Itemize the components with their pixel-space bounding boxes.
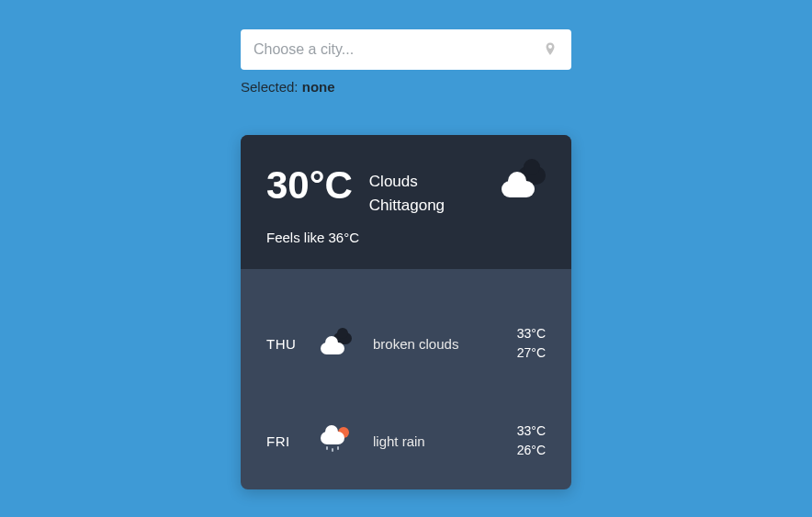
current-weather-panel: 30°C Clouds Chittagong Feels like 36°C <box>241 135 571 269</box>
forecast-desc: light rain <box>364 433 517 449</box>
clouds-icon <box>502 166 546 197</box>
feels-like: Feels like 36°C <box>266 230 546 245</box>
forecast-row: THU broken clouds 33°C 27°C <box>266 295 546 392</box>
current-temp: 30°C <box>266 166 353 205</box>
forecast-low: 26°C <box>517 441 546 460</box>
forecast-list: THU broken clouds 33°C 27°C FRI light ra… <box>241 269 571 489</box>
forecast-day: FRI <box>266 433 309 449</box>
rain-sun-icon <box>309 427 364 455</box>
city-search-box[interactable] <box>241 29 571 70</box>
weather-card: 30°C Clouds Chittagong Feels like 36°C T… <box>241 135 571 489</box>
clouds-icon <box>309 332 364 354</box>
selected-value: none <box>302 79 335 95</box>
current-city: Chittagong <box>369 194 485 218</box>
current-condition: Clouds <box>369 170 485 194</box>
forecast-row: FRI light rain 33°C 26°C <box>266 392 546 489</box>
forecast-temps: 33°C 26°C <box>517 421 546 460</box>
forecast-high: 33°C <box>517 324 546 343</box>
forecast-high: 33°C <box>517 421 546 441</box>
forecast-desc: broken clouds <box>364 336 517 352</box>
selected-label: Selected: <box>241 79 302 95</box>
forecast-day: THU <box>266 336 309 352</box>
forecast-low: 27°C <box>517 343 546 363</box>
city-search-input[interactable] <box>254 41 542 58</box>
selected-city-line: Selected: none <box>241 79 571 95</box>
forecast-temps: 33°C 27°C <box>517 324 546 363</box>
location-pin-icon <box>542 41 558 58</box>
